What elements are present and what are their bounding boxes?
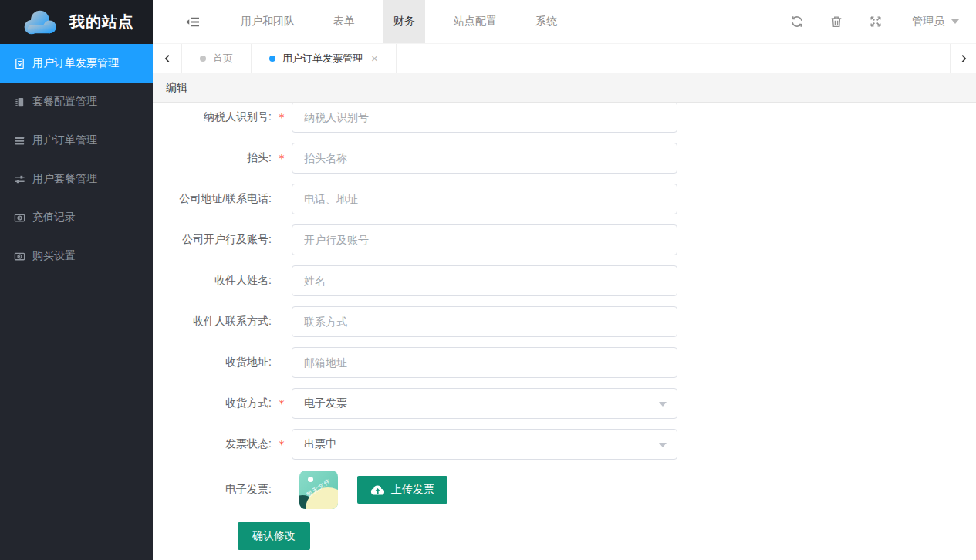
expand-icon[interactable]	[856, 0, 895, 43]
caret-down-icon	[659, 402, 667, 407]
form-row: 发票状态:*出票中	[153, 429, 976, 460]
sun-icon	[308, 477, 313, 482]
upload-invoice-button[interactable]: 上传发票	[357, 476, 447, 504]
select-input[interactable]: 电子发票	[292, 388, 677, 419]
form-row: 公司地址/联系电话:	[153, 184, 976, 214]
sidebar-item-label: 用户订单发票管理	[32, 56, 119, 70]
top-nav: 用户和团队表单财务站点配置系统	[221, 0, 576, 43]
tab-bar: 首页用户订单发票管理×	[153, 44, 976, 73]
topnav-item[interactable]: 系统	[525, 0, 567, 43]
sidebar-item-label: 用户套餐管理	[32, 172, 97, 186]
user-package-icon	[13, 173, 25, 185]
action-icons	[777, 0, 895, 43]
form-row: 收件人姓名:	[153, 265, 976, 296]
form-row: 纳税人识别号:*	[153, 103, 976, 133]
field-label: 收货方式:	[153, 396, 272, 410]
chevron-left-icon[interactable]	[153, 44, 182, 73]
field-label: 收件人姓名:	[153, 274, 272, 288]
order-list-icon	[13, 134, 25, 147]
select-value: 电子发票	[304, 396, 347, 410]
sidebar-item[interactable]: 用户订单发票管理	[0, 44, 153, 83]
collapse-menu-icon[interactable]	[185, 0, 200, 43]
required-asterisk: *	[272, 397, 292, 410]
caret-down-icon	[659, 443, 667, 447]
upload-cloud-icon	[370, 484, 385, 496]
form-row: 抬头:*	[153, 143, 976, 174]
tab[interactable]: 用户订单发票管理×	[252, 44, 397, 73]
form-rows: 纳税人识别号:*抬头:*公司地址/联系电话:公司开户行及账号:收件人姓名:收件人…	[153, 103, 976, 509]
sidebar-item-label: 套餐配置管理	[32, 95, 97, 109]
tabs: 首页用户订单发票管理×	[182, 44, 397, 73]
topnav-item[interactable]: 表单	[323, 0, 365, 43]
edit-form: 纳税人识别号:*抬头:*公司地址/联系电话:公司开户行及账号:收件人姓名:收件人…	[153, 103, 976, 560]
app-window: 我的站点 用户订单发票管理套餐配置管理用户订单管理用户套餐管理充值记录购买设置 …	[0, 0, 976, 560]
sidebar-item[interactable]: 充值记录	[0, 198, 153, 237]
close-icon[interactable]: ×	[371, 52, 378, 64]
topnav-item[interactable]: 站点配置	[444, 0, 507, 43]
sidebar-item[interactable]: 用户订单管理	[0, 121, 153, 160]
cloud-logo-icon	[19, 8, 60, 37]
field-label: 收件人联系方式:	[153, 315, 272, 329]
caret-down-icon	[951, 19, 959, 24]
sidebar-item[interactable]: 套餐配置管理	[0, 83, 153, 121]
text-input[interactable]	[292, 103, 677, 133]
sidebar-item-label: 充值记录	[32, 211, 76, 224]
upload-control: 暂无文件上传发票	[292, 471, 447, 509]
text-input[interactable]	[292, 184, 677, 214]
select-value: 出票中	[304, 437, 336, 451]
section-header: 编辑	[153, 73, 976, 103]
no-file-thumbnail[interactable]: 暂无文件	[299, 471, 338, 509]
text-input[interactable]	[292, 143, 677, 174]
chevron-right-icon[interactable]	[950, 44, 976, 73]
confirm-submit-button[interactable]: 确认修改	[238, 522, 310, 550]
tab-dot-icon	[269, 56, 275, 62]
topbar-actions: 管理员	[777, 0, 976, 43]
tab-label: 首页	[213, 52, 233, 66]
tab-dot-icon	[200, 56, 206, 62]
topnav-item[interactable]: 财务	[383, 0, 425, 43]
sidebar-item[interactable]: 购买设置	[0, 237, 153, 275]
form-row: 公司开户行及账号:	[153, 224, 976, 255]
text-input[interactable]	[292, 306, 677, 337]
trash-icon[interactable]	[816, 0, 856, 43]
top-header: 用户和团队表单财务站点配置系统 管理员	[153, 0, 976, 44]
tab-label: 用户订单发票管理	[282, 52, 363, 66]
text-input[interactable]	[292, 224, 677, 255]
sidebar: 我的站点 用户订单发票管理套餐配置管理用户订单管理用户套餐管理充值记录购买设置	[0, 0, 153, 560]
form-row: 电子发票:暂无文件上传发票	[153, 471, 976, 509]
topnav-item[interactable]: 用户和团队	[231, 0, 305, 43]
form-row: 收货地址:	[153, 347, 976, 378]
form-row: 收货方式:*电子发票	[153, 388, 976, 419]
sidebar-item-label: 购买设置	[32, 249, 76, 263]
required-asterisk: *	[272, 438, 292, 450]
form-row: 收件人联系方式:	[153, 306, 976, 337]
field-label: 公司开户行及账号:	[153, 233, 272, 247]
logo[interactable]: 我的站点	[0, 0, 153, 44]
upload-button-label: 上传发票	[391, 483, 434, 497]
field-label: 收货地址:	[153, 356, 272, 369]
sidebar-item-label: 用户订单管理	[32, 133, 97, 147]
field-label: 纳税人识别号:	[153, 110, 272, 124]
field-label: 发票状态:	[153, 437, 272, 451]
invoice-file-icon	[13, 57, 25, 69]
section-title: 编辑	[166, 81, 187, 95]
field-label: 公司地址/联系电话:	[153, 192, 272, 206]
field-label: 抬头:	[153, 151, 272, 165]
main-panel: 用户和团队表单财务站点配置系统 管理员 首页用户订单发票管理× 编辑 纳税人识别…	[153, 0, 976, 560]
user-name: 管理员	[912, 15, 944, 29]
recharge-icon	[13, 211, 25, 224]
text-input[interactable]	[292, 265, 677, 296]
select-input[interactable]: 出票中	[292, 429, 677, 460]
tab[interactable]: 首页	[182, 44, 252, 73]
package-config-icon	[13, 96, 25, 108]
sidebar-item[interactable]: 用户套餐管理	[0, 160, 153, 198]
purchase-icon	[13, 250, 25, 262]
text-input[interactable]	[292, 347, 677, 378]
refresh-icon[interactable]	[777, 0, 816, 43]
required-asterisk: *	[272, 111, 292, 123]
site-title: 我的站点	[69, 12, 134, 32]
required-asterisk: *	[272, 152, 292, 164]
field-label: 电子发票:	[153, 483, 272, 497]
sidebar-menu: 用户订单发票管理套餐配置管理用户订单管理用户套餐管理充值记录购买设置	[0, 44, 153, 275]
user-dropdown[interactable]: 管理员	[895, 0, 976, 43]
